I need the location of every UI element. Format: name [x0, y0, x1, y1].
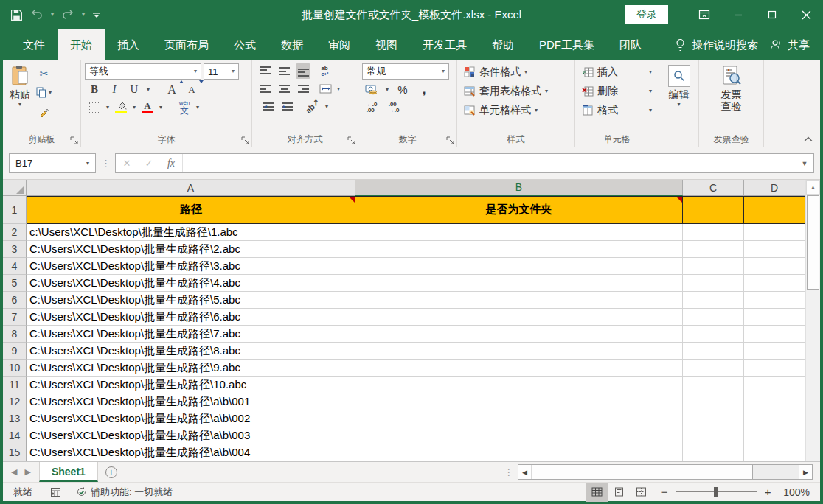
- macro-record-icon[interactable]: [43, 487, 69, 497]
- ribbon-display-options-icon[interactable]: [687, 0, 721, 29]
- cell-b4[interactable]: [355, 258, 683, 275]
- cell-d9[interactable]: [744, 343, 805, 360]
- cell-a1[interactable]: 路径: [27, 196, 355, 224]
- cell-a8[interactable]: C:\Users\XCL\Desktop\批量生成路径\7.abc: [27, 326, 355, 343]
- align-middle-button[interactable]: [277, 63, 291, 79]
- ribbon-tab-2[interactable]: 插入: [105, 29, 152, 60]
- login-button[interactable]: 登录: [625, 5, 668, 24]
- cell-c3[interactable]: [683, 241, 744, 258]
- font-dialog-launcher[interactable]: [241, 136, 249, 144]
- page-layout-view-button[interactable]: [608, 483, 630, 502]
- cell-c7[interactable]: [683, 309, 744, 326]
- alignment-dialog-launcher[interactable]: [347, 136, 355, 144]
- cell-styles-button[interactable]: 单元格样式▾: [461, 102, 571, 119]
- editing-dropdown-icon[interactable]: ▾: [677, 102, 680, 108]
- editing-button[interactable]: 编辑 ▾: [665, 63, 693, 133]
- accounting-dropdown-icon[interactable]: ▾: [386, 87, 389, 93]
- ribbon-tab-11[interactable]: 团队: [607, 29, 654, 60]
- cell-c6[interactable]: [683, 292, 744, 309]
- cell-b10[interactable]: [355, 360, 683, 377]
- accounting-format-button[interactable]: [364, 82, 379, 97]
- cell-c8[interactable]: [683, 326, 744, 343]
- cell-d10[interactable]: [744, 360, 805, 377]
- row-header-3[interactable]: 3: [3, 241, 27, 258]
- format-as-table-button[interactable]: 套用表格格式▾: [461, 83, 571, 100]
- cell-c4[interactable]: [683, 258, 744, 275]
- row-header-2[interactable]: 2: [3, 224, 27, 241]
- ribbon-tab-8[interactable]: 开发工具: [410, 29, 479, 60]
- cell-b2[interactable]: [355, 224, 683, 241]
- zoom-slider[interactable]: [676, 491, 757, 492]
- status-ready[interactable]: 就绪: [3, 486, 43, 499]
- cell-b12[interactable]: [355, 393, 683, 410]
- cell-c15[interactable]: [683, 444, 744, 461]
- comma-style-button[interactable]: ,: [417, 82, 431, 97]
- cell-d6[interactable]: [744, 292, 805, 309]
- conditional-formatting-button[interactable]: 条件格式▾: [461, 63, 571, 81]
- format-painter-button[interactable]: [36, 104, 52, 119]
- cell-d2[interactable]: [744, 224, 805, 241]
- cell-a12[interactable]: C:\Users\XCL\Desktop\批量生成路径\a\b\001: [27, 393, 355, 410]
- borders-dropdown-icon[interactable]: ▾: [106, 105, 109, 111]
- row-header-4[interactable]: 4: [3, 258, 27, 275]
- zoom-slider-thumb[interactable]: [714, 487, 718, 497]
- cell-b14[interactable]: [355, 427, 683, 444]
- align-center-button[interactable]: [277, 81, 291, 97]
- ribbon-tab-4[interactable]: 公式: [221, 29, 268, 60]
- close-button[interactable]: [789, 0, 823, 29]
- fill-color-dropdown-icon[interactable]: ▾: [133, 105, 136, 111]
- horizontal-scroll-thumb[interactable]: [532, 465, 753, 479]
- ribbon-tab-9[interactable]: 帮助: [479, 29, 527, 60]
- cell-d13[interactable]: [744, 410, 805, 427]
- scroll-left-icon[interactable]: ◀: [518, 465, 532, 479]
- row-header-9[interactable]: 9: [3, 343, 27, 360]
- cell-a14[interactable]: C:\Users\XCL\Desktop\批量生成路径\a\b\003: [27, 427, 355, 444]
- underline-dropdown-icon[interactable]: ▾: [147, 87, 150, 93]
- ribbon-tab-10[interactable]: PDF工具集: [527, 29, 607, 60]
- row-header-7[interactable]: 7: [3, 309, 27, 326]
- column-header-c[interactable]: C: [683, 180, 744, 196]
- orientation-dropdown-icon[interactable]: ▾: [325, 104, 328, 110]
- page-break-view-button[interactable]: [630, 483, 652, 502]
- font-color-dropdown-icon[interactable]: ▾: [159, 105, 162, 111]
- borders-button[interactable]: [87, 99, 102, 115]
- number-dialog-launcher[interactable]: [446, 136, 454, 144]
- bold-button[interactable]: B: [87, 82, 102, 97]
- cell-d1[interactable]: [744, 196, 805, 224]
- merge-center-button[interactable]: [318, 81, 333, 97]
- zoom-in-button[interactable]: +: [763, 486, 773, 498]
- cell-b6[interactable]: [355, 292, 683, 309]
- align-bottom-button[interactable]: [296, 63, 310, 79]
- format-cells-button[interactable]: 格式▾: [579, 102, 655, 119]
- tab-scroll-splitter[interactable]: ⋮: [500, 462, 518, 482]
- cell-a13[interactable]: C:\Users\XCL\Desktop\批量生成路径\a\b\002: [27, 410, 355, 427]
- row-header-10[interactable]: 10: [3, 360, 27, 377]
- scroll-up-icon[interactable]: ▲: [806, 180, 820, 195]
- ribbon-tab-7[interactable]: 视图: [363, 29, 410, 60]
- name-box[interactable]: B17 ▾: [9, 153, 96, 173]
- cell-b7[interactable]: [355, 309, 683, 326]
- row-header-11[interactable]: 11: [3, 377, 27, 393]
- phonetic-dropdown-icon[interactable]: ▾: [196, 105, 199, 111]
- cut-button[interactable]: ✂: [36, 66, 52, 81]
- align-left-button[interactable]: [257, 81, 272, 97]
- cell-b11[interactable]: [355, 377, 683, 393]
- column-header-b[interactable]: B: [355, 180, 683, 196]
- cell-a2[interactable]: c:\Users\XCL\Desktop\批量生成路径\1.abc: [27, 224, 355, 241]
- redo-dropdown-icon[interactable]: ▾: [82, 12, 85, 18]
- font-name-select[interactable]: 等线▾: [85, 63, 201, 80]
- vertical-scroll-thumb[interactable]: [807, 195, 819, 290]
- cell-a7[interactable]: C:\Users\XCL\Desktop\批量生成路径\6.abc: [27, 309, 355, 326]
- cell-d14[interactable]: [744, 427, 805, 444]
- phonetic-guide-button[interactable]: wén 文: [177, 99, 192, 115]
- cell-c10[interactable]: [683, 360, 744, 377]
- cell-c11[interactable]: [683, 377, 744, 393]
- align-right-button[interactable]: [296, 81, 310, 97]
- cell-b5[interactable]: [355, 275, 683, 292]
- decrease-decimal-button[interactable]: .00→.0: [386, 99, 401, 115]
- copy-button[interactable]: ▾: [36, 85, 52, 100]
- ribbon-tab-0[interactable]: 文件: [10, 29, 58, 60]
- previous-sheet-icon[interactable]: ◀: [9, 467, 19, 477]
- paste-dropdown-icon[interactable]: ▾: [18, 102, 21, 108]
- new-sheet-button[interactable]: +: [98, 462, 125, 482]
